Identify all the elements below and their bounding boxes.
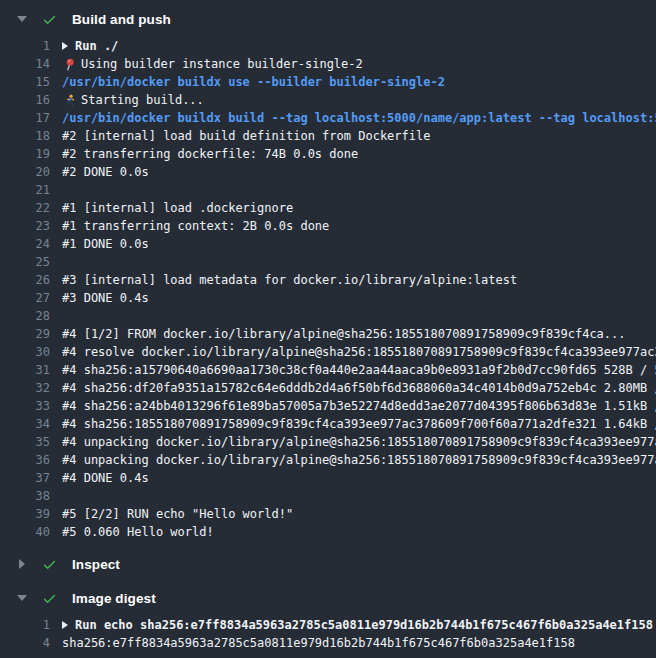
check-success-icon [41,11,57,27]
section-header-inspect[interactable]: Inspect [0,551,656,577]
line-content: #1 transferring context: 2B 0.0s done [62,217,329,235]
line-text: #4 sha256:a24bb4013296f61e89ba57005a7b3e… [62,397,656,415]
line-number[interactable]: 29 [0,325,50,343]
line-content: #4 unpacking docker.io/library/alpine@sh… [62,433,656,451]
line-text: Using builder instance builder-single-2 [81,55,363,73]
line-content: #2 transferring dockerfile: 74B 0.0s don… [62,145,358,163]
section-header-build-and-push[interactable]: Build and push [0,6,656,32]
line-number[interactable]: 36 [0,451,50,469]
line-number[interactable]: 33 [0,397,50,415]
log-block-build-and-push: 1Run ./14Using builder instance builder-… [0,32,656,551]
line-number[interactable]: 14 [0,55,50,73]
log-line: 21 [0,181,656,199]
section-header-image-digest[interactable]: Image digest [0,585,656,611]
line-content: sha256:e7ff8834a5963a2785c5a0811e979d16b… [62,634,575,652]
line-text: #5 [2/2] RUN echo "Hello world!" [62,505,293,523]
line-content: #4 sha256:185518070891758909c9f839cf4ca3… [62,415,656,433]
log-line: 30#4 resolve docker.io/library/alpine@sh… [0,343,656,361]
section-title: Image digest [72,591,156,606]
line-number[interactable]: 24 [0,235,50,253]
log-line: 28 [0,307,656,325]
line-text: #1 [internal] load .dockerignore [62,199,293,217]
line-number[interactable]: 26 [0,271,50,289]
line-number[interactable]: 37 [0,469,50,487]
log-sections: Build and push1Run ./14Using builder ins… [0,6,656,652]
line-number[interactable]: 35 [0,433,50,451]
log-line: 40#5 0.060 Hello world! [0,523,656,541]
log-line: 20#2 DONE 0.0s [0,163,656,181]
line-text: #4 sha256:a15790640a6690aa1730c38cf0a440… [62,361,656,379]
runner-emoji [62,93,76,107]
line-content: #4 [1/2] FROM docker.io/library/alpine@s… [62,325,626,343]
line-number[interactable]: 34 [0,415,50,433]
line-text: #2 [internal] load build definition from… [62,127,430,145]
line-text: Starting build... [81,91,204,109]
log-line: 29#4 [1/2] FROM docker.io/library/alpine… [0,325,656,343]
line-number[interactable]: 15 [0,73,50,91]
log-line: 37#4 DONE 0.4s [0,469,656,487]
line-number[interactable]: 30 [0,343,50,361]
log-line: 33#4 sha256:a24bb4013296f61e89ba57005a7b… [0,397,656,415]
line-content: #5 0.060 Hello world! [62,523,214,541]
line-number[interactable]: 40 [0,523,50,541]
line-text: /usr/bin/docker buildx build --tag local… [62,109,656,127]
job-log-viewer: Build and push1Run ./14Using builder ins… [0,0,656,658]
log-line: 31#4 sha256:a15790640a6690aa1730c38cf0a4… [0,361,656,379]
line-content: #4 DONE 0.4s [62,469,149,487]
line-number[interactable]: 22 [0,199,50,217]
line-content[interactable]: Run echo sha256:e7ff8834a5963a2785c5a081… [62,616,653,634]
line-content: /usr/bin/docker buildx use --builder bui… [62,73,445,91]
line-number[interactable]: 38 [0,487,50,505]
chevron-down-icon [16,16,28,22]
line-number[interactable]: 27 [0,289,50,307]
line-text: #3 [internal] load metadata for docker.i… [62,271,517,289]
line-text: sha256:e7ff8834a5963a2785c5a0811e979d16b… [62,634,575,652]
line-number[interactable]: 31 [0,361,50,379]
line-text: #4 sha256:df20fa9351a15782c64e6dddb2d4a6… [62,379,656,397]
line-number[interactable]: 28 [0,307,50,325]
line-number[interactable]: 4 [0,634,50,652]
log-block-image-digest: 1Run echo sha256:e7ff8834a5963a2785c5a08… [0,611,656,652]
line-content: /usr/bin/docker buildx build --tag local… [62,109,656,127]
line-content: #5 [2/2] RUN echo "Hello world!" [62,505,293,523]
log-line: 19#2 transferring dockerfile: 74B 0.0s d… [0,145,656,163]
log-line: 39#5 [2/2] RUN echo "Hello world!" [0,505,656,523]
line-number[interactable]: 19 [0,145,50,163]
line-text: #4 [1/2] FROM docker.io/library/alpine@s… [62,325,626,343]
line-number[interactable]: 23 [0,217,50,235]
line-number[interactable]: 32 [0,379,50,397]
line-text: #4 unpacking docker.io/library/alpine@sh… [62,451,656,469]
line-content: #4 sha256:a24bb4013296f61e89ba57005a7b3e… [62,397,656,415]
line-content: #2 [internal] load build definition from… [62,127,430,145]
line-number[interactable]: 39 [0,505,50,523]
log-line: 36#4 unpacking docker.io/library/alpine@… [0,451,656,469]
section-title: Inspect [72,557,120,572]
check-success-icon [41,590,57,606]
log-line: 26#3 [internal] load metadata for docker… [0,271,656,289]
line-content: #1 [internal] load .dockerignore [62,199,293,217]
line-text: #4 unpacking docker.io/library/alpine@sh… [62,433,656,451]
play-expand-icon[interactable] [62,42,68,50]
line-content: Using builder instance builder-single-2 [62,55,363,73]
line-number[interactable]: 1 [0,616,50,634]
line-number[interactable]: 1 [0,37,50,55]
line-content[interactable]: Run ./ [62,37,118,55]
line-number[interactable]: 16 [0,91,50,109]
log-line: 24#1 DONE 0.0s [0,235,656,253]
line-content: #3 [internal] load metadata for docker.i… [62,271,517,289]
line-number[interactable]: 21 [0,181,50,199]
line-text: #4 DONE 0.4s [62,469,149,487]
line-number[interactable]: 25 [0,253,50,271]
line-number[interactable]: 20 [0,163,50,181]
log-line: 4sha256:e7ff8834a5963a2785c5a0811e979d16… [0,634,656,652]
log-line: 1Run ./ [0,37,656,55]
log-line: 14Using builder instance builder-single-… [0,55,656,73]
log-line: 23#1 transferring context: 2B 0.0s done [0,217,656,235]
log-line: 15/usr/bin/docker buildx use --builder b… [0,73,656,91]
line-number[interactable]: 18 [0,127,50,145]
line-text: #2 DONE 0.0s [62,163,149,181]
line-number[interactable]: 17 [0,109,50,127]
line-content: #4 resolve docker.io/library/alpine@sha2… [62,343,656,361]
line-text: #4 resolve docker.io/library/alpine@sha2… [62,343,656,361]
play-expand-icon[interactable] [62,621,68,629]
